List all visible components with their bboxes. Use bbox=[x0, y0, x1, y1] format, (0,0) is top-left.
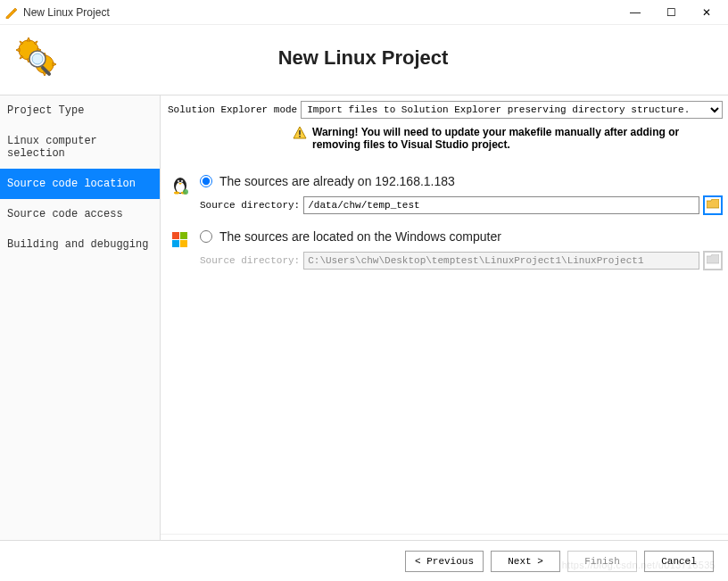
finish-button: Finish bbox=[567, 551, 637, 572]
folder-icon bbox=[707, 254, 719, 268]
sidebar-item-build-debug[interactable]: Building and debugging bbox=[0, 229, 160, 260]
svg-point-15 bbox=[183, 189, 188, 195]
previous-button[interactable]: < Previous bbox=[405, 551, 484, 572]
windows-dir-row: Source directory: bbox=[200, 251, 723, 270]
sidebar-item-source-access[interactable]: Source code access bbox=[0, 199, 160, 229]
wizard-steps-sidebar: Project Type Linux computer selection So… bbox=[0, 95, 161, 540]
sidebar-item-linux-computer[interactable]: Linux computer selection bbox=[0, 126, 160, 169]
wizard-footer: < Previous Next > Finish Cancel https://… bbox=[0, 540, 728, 581]
page-title: New Linux Project bbox=[70, 46, 657, 70]
svg-point-3 bbox=[32, 54, 43, 64]
svg-point-11 bbox=[178, 181, 179, 182]
linux-dir-row: Source directory: bbox=[200, 195, 723, 215]
windows-dir-input bbox=[303, 252, 699, 270]
solution-mode-select[interactable]: Import files to Solution Explorer preser… bbox=[301, 101, 723, 119]
svg-rect-17 bbox=[180, 232, 187, 239]
folder-icon bbox=[707, 199, 719, 212]
warning-icon bbox=[293, 126, 307, 140]
linux-browse-button[interactable] bbox=[703, 195, 723, 215]
app-pencil-icon bbox=[4, 5, 18, 20]
window-buttons: — ☐ ✕ bbox=[617, 0, 724, 25]
svg-point-13 bbox=[174, 192, 179, 195]
svg-rect-18 bbox=[172, 240, 179, 247]
warning-bold: Warning! You will need to update your ma… bbox=[312, 126, 679, 151]
svg-rect-6 bbox=[299, 136, 301, 137]
option-linux-body: The sources are already on 192.168.1.183… bbox=[200, 174, 723, 215]
option-linux-label[interactable]: The sources are already on 192.168.1.183 bbox=[219, 174, 455, 188]
option-linux-radio-row[interactable]: The sources are already on 192.168.1.183 bbox=[200, 174, 723, 188]
solution-mode-label: Solution Explorer mode bbox=[168, 104, 297, 115]
svg-point-12 bbox=[182, 181, 183, 182]
warning-row: Warning! You will need to update your ma… bbox=[168, 122, 723, 160]
option-windows-body: The sources are located on the Windows c… bbox=[200, 229, 723, 270]
sidebar-item-source-location[interactable]: Source code location bbox=[0, 169, 160, 199]
sidebar-item-project-type[interactable]: Project Type bbox=[0, 95, 160, 126]
titlebar: New Linux Project — ☐ ✕ bbox=[0, 0, 728, 25]
wizard-body: Project Type Linux computer selection So… bbox=[0, 95, 728, 540]
option-linux-block: The sources are already on 192.168.1.183… bbox=[168, 174, 723, 215]
windows-browse-button bbox=[703, 251, 723, 270]
minimize-button[interactable]: — bbox=[617, 0, 653, 25]
option-windows-label[interactable]: The sources are located on the Windows c… bbox=[219, 229, 501, 244]
footer-separator bbox=[161, 534, 728, 536]
windows-dir-label: Source directory: bbox=[200, 255, 300, 266]
option-windows-radio-row[interactable]: The sources are located on the Windows c… bbox=[200, 229, 723, 244]
svg-rect-5 bbox=[299, 130, 301, 135]
linux-tux-icon bbox=[170, 174, 191, 195]
cancel-button[interactable]: Cancel bbox=[644, 551, 714, 572]
maximize-button[interactable]: ☐ bbox=[653, 0, 689, 25]
next-button[interactable]: Next > bbox=[491, 551, 560, 572]
option-linux-radio[interactable] bbox=[200, 175, 212, 187]
wizard-content: Solution Explorer mode Import files to S… bbox=[161, 95, 728, 540]
option-windows-block: The sources are located on the Windows c… bbox=[168, 229, 723, 270]
linux-dir-label: Source directory: bbox=[200, 200, 300, 211]
wizard-header: New Linux Project bbox=[0, 25, 728, 95]
solution-mode-row: Solution Explorer mode Import files to S… bbox=[168, 101, 723, 119]
option-windows-radio[interactable] bbox=[200, 230, 212, 243]
close-button[interactable]: ✕ bbox=[689, 0, 724, 25]
svg-rect-19 bbox=[180, 240, 187, 247]
gear-magnifier-icon bbox=[12, 34, 61, 82]
warning-text: Warning! You will need to update your ma… bbox=[312, 126, 719, 151]
linux-dir-input[interactable] bbox=[303, 196, 699, 214]
windows-flag-icon bbox=[170, 229, 191, 251]
svg-rect-16 bbox=[172, 232, 179, 239]
window-title: New Linux Project bbox=[23, 6, 617, 19]
